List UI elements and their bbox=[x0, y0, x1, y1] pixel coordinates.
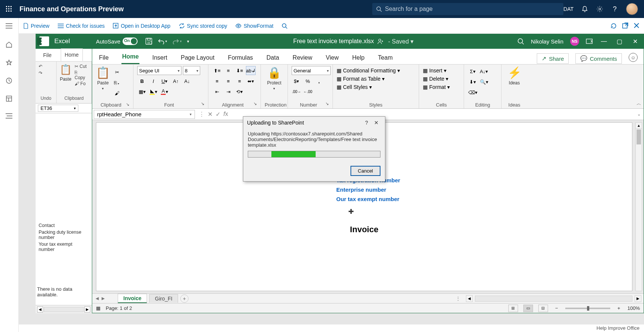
refresh-icon[interactable] bbox=[610, 23, 617, 29]
align-center-icon[interactable]: ≡ bbox=[223, 77, 233, 86]
wrap-text-button[interactable]: ab↲ bbox=[246, 66, 256, 75]
increase-decimal-icon[interactable]: .00→ bbox=[292, 87, 301, 96]
tab-formulas[interactable]: Formulas bbox=[227, 51, 254, 64]
tab-review[interactable]: Review bbox=[292, 51, 313, 64]
underline-button[interactable]: U ▾ bbox=[160, 77, 169, 86]
expand-formula-bar-icon[interactable]: ⌄ bbox=[637, 112, 641, 117]
tab-home[interactable]: Home bbox=[121, 50, 139, 64]
conditional-formatting-button[interactable]: ▦ Conditional Formatting ▾ bbox=[337, 68, 400, 74]
cmd-search-icon[interactable] bbox=[282, 23, 288, 29]
orientation-icon[interactable]: ⟲▾ bbox=[235, 87, 244, 96]
autosum-icon[interactable]: Σ▾ bbox=[468, 67, 478, 76]
undo-icon[interactable]: ↶ bbox=[39, 64, 42, 69]
fill-icon[interactable]: ⬇▾ bbox=[468, 77, 478, 86]
cell-styles-button[interactable]: ▦ Cell Styles ▾ bbox=[337, 84, 372, 90]
help-improve-link[interactable]: Help Improve Office bbox=[596, 325, 640, 331]
popout-icon[interactable] bbox=[622, 23, 628, 29]
bold-button[interactable]: B bbox=[137, 77, 147, 86]
cut-icon[interactable]: ✂ bbox=[112, 68, 122, 77]
zoom-out-icon[interactable]: − bbox=[553, 305, 560, 311]
global-search-input[interactable]: Search for a page bbox=[372, 3, 563, 15]
align-top-icon[interactable]: ⬆≡ bbox=[212, 66, 222, 75]
currency-icon[interactable]: $▾ bbox=[292, 77, 301, 86]
insert-cells-button[interactable]: ▦ Insert ▾ bbox=[423, 68, 446, 74]
comments-button[interactable]: 💬Comments bbox=[575, 53, 622, 64]
dialog-close-icon[interactable]: ✕ bbox=[371, 120, 381, 126]
sheet-options-icon[interactable]: ⋮ bbox=[455, 296, 461, 302]
recent-icon[interactable] bbox=[6, 77, 13, 85]
save-icon[interactable] bbox=[145, 38, 153, 45]
bdm-cut[interactable]: ✂ Cut bbox=[75, 64, 88, 69]
paste-button[interactable]: 📋 Paste ▾ bbox=[96, 66, 110, 90]
bdm-tab-home[interactable]: Home bbox=[61, 48, 83, 61]
user-avatar[interactable] bbox=[626, 3, 638, 15]
check-issues-button[interactable]: Check for issues bbox=[58, 23, 105, 29]
ribbon-display-icon[interactable] bbox=[586, 39, 593, 44]
share-button[interactable]: ↗Share bbox=[537, 53, 569, 64]
increase-indent-icon[interactable]: ⇥ bbox=[223, 87, 233, 96]
settings-icon[interactable] bbox=[596, 5, 604, 13]
workspaces-icon[interactable] bbox=[6, 95, 13, 103]
align-middle-icon[interactable]: ≡ bbox=[223, 66, 233, 75]
favorites-icon[interactable] bbox=[6, 59, 13, 67]
percent-icon[interactable]: % bbox=[303, 77, 313, 86]
merge-button[interactable]: ⬌▾ bbox=[246, 77, 256, 86]
scroll-right-icon[interactable]: ▶ bbox=[84, 306, 90, 312]
company-label[interactable]: DAT bbox=[563, 6, 574, 12]
dialog-help-icon[interactable]: ? bbox=[362, 120, 371, 126]
coauthor-icon[interactable] bbox=[377, 38, 384, 44]
collapse-ribbon-icon[interactable]: ︿ bbox=[637, 100, 641, 107]
minimize-button[interactable]: — bbox=[599, 38, 608, 45]
decrease-decimal-icon[interactable]: ←.00 bbox=[303, 87, 313, 96]
zoom-in-icon[interactable]: + bbox=[616, 305, 622, 311]
bdm-tab-file[interactable]: File bbox=[39, 49, 55, 61]
home-icon[interactable] bbox=[6, 41, 13, 49]
decrease-indent-icon[interactable]: ⇤ bbox=[212, 87, 222, 96]
maximize-button[interactable]: ▢ bbox=[615, 38, 624, 45]
tab-data[interactable]: Data bbox=[266, 51, 280, 64]
fx-icon[interactable]: fx bbox=[223, 111, 228, 118]
user-initials-badge[interactable]: NS bbox=[570, 37, 579, 46]
clear-icon[interactable]: ⌫▾ bbox=[468, 88, 478, 97]
align-left-icon[interactable]: ≡ bbox=[212, 77, 222, 86]
format-as-table-button[interactable]: ▦ Format as Table ▾ bbox=[337, 76, 385, 82]
bdm-copy[interactable]: ⎘ Copy bbox=[75, 70, 88, 80]
dialog-launcher-icon[interactable]: ↘ bbox=[253, 101, 257, 108]
font-color-button[interactable]: A▾ bbox=[160, 87, 169, 96]
vertical-scrollbar[interactable]: ▲ bbox=[635, 122, 642, 291]
italic-button[interactable]: I bbox=[148, 77, 158, 86]
tab-help[interactable]: Help bbox=[351, 51, 365, 64]
format-cells-button[interactable]: ▦ Format ▾ bbox=[423, 84, 450, 90]
ideas-button[interactable]: ⚡ Ideas bbox=[508, 66, 521, 86]
cancel-button[interactable]: Cancel bbox=[350, 166, 380, 176]
sheet-tab-invoice[interactable]: Invoice bbox=[118, 294, 147, 303]
name-box[interactable]: rptHeader_Phone ▾ bbox=[94, 110, 195, 119]
border-button[interactable]: ▦▾ bbox=[137, 87, 147, 96]
dialog-launcher-icon[interactable]: ↘ bbox=[126, 102, 129, 107]
feedback-icon[interactable]: ☺ bbox=[629, 53, 638, 62]
protect-button[interactable]: 🔒 Protect ▾ bbox=[267, 66, 281, 90]
open-desktop-button[interactable]: Open in Desktop App bbox=[113, 23, 170, 29]
font-name-combo[interactable]: Segoe UI▾ bbox=[137, 66, 181, 75]
comma-icon[interactable]: , bbox=[314, 77, 324, 86]
bdm-horizontal-scroll[interactable]: ◀ ▶ bbox=[36, 305, 92, 313]
modules-icon[interactable] bbox=[6, 113, 13, 121]
bdm-paste-button[interactable]: 📋 Paste bbox=[60, 64, 72, 82]
font-size-combo[interactable]: 8▾ bbox=[183, 66, 200, 75]
delete-cells-button[interactable]: ▦ Delete ▾ bbox=[423, 76, 448, 82]
increase-font-icon[interactable]: A↑ bbox=[171, 77, 181, 86]
close-button[interactable]: ✕ bbox=[631, 38, 640, 45]
sheet-nav-left-icon[interactable]: ◀ bbox=[94, 296, 100, 301]
accept-formula-icon[interactable]: ✓ bbox=[216, 111, 220, 118]
zoom-level[interactable]: 100% bbox=[628, 305, 640, 311]
close-icon[interactable] bbox=[634, 23, 640, 29]
undo-icon[interactable]: ▾ bbox=[158, 38, 167, 44]
tab-page-layout[interactable]: Page Layout bbox=[180, 51, 215, 64]
bdm-name-box[interactable]: ET36 ▾ bbox=[38, 105, 78, 112]
preview-button[interactable]: Preview bbox=[23, 23, 49, 29]
align-bottom-icon[interactable]: ⬇≡ bbox=[235, 66, 244, 75]
dialog-launcher-icon[interactable]: ↘ bbox=[201, 101, 204, 108]
align-right-icon[interactable]: ≡ bbox=[235, 77, 244, 86]
format-painter-icon[interactable]: 🖌 bbox=[112, 89, 122, 98]
decrease-font-icon[interactable]: A↓ bbox=[182, 77, 192, 86]
